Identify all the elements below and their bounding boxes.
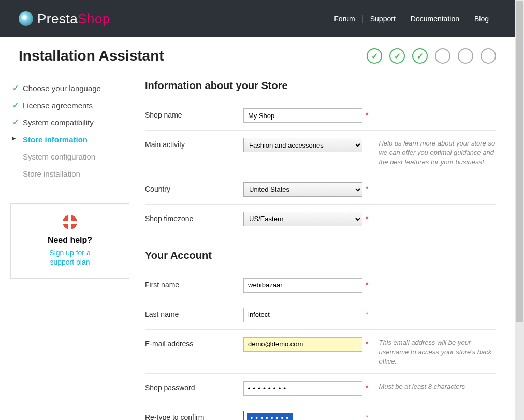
label-last-name: Last name [145,308,243,318]
scrollbar-track[interactable] [515,0,524,420]
progress-step-5 [458,48,473,64]
nav-forum[interactable]: Forum [327,15,362,23]
select-country[interactable]: United States [243,182,362,197]
step-choose-language[interactable]: Choose your language [10,80,129,97]
help-title: Need help? [19,236,121,245]
input-shop-name[interactable] [243,108,362,123]
lifebuoy-icon [63,215,77,229]
progress-step-6 [481,48,496,64]
nav-support[interactable]: Support [363,15,403,23]
input-first-name[interactable] [243,278,362,293]
nav-blog[interactable]: Blog [467,15,496,23]
required-marker: * [366,214,368,223]
sidebar: Choose your language License agreements … [10,80,129,420]
logo-text: PrestaShop [37,11,110,27]
hint-email: This email address will be your username… [379,337,496,367]
required-marker: * [366,384,368,392]
progress-step-3: ✓ [412,48,428,64]
section-store-title: Information about your Store [145,80,496,92]
required-marker: * [366,340,368,348]
label-password: Shop password [145,381,243,392]
input-password[interactable]: •••••••• [243,381,362,396]
input-email[interactable] [243,337,362,352]
progress-step-2: ✓ [389,48,405,64]
top-nav: Forum Support Documentation Blog [327,15,496,23]
label-email: E-mail address [145,337,243,348]
progress-step-4 [435,48,450,64]
label-main-activity: Main activity [145,138,243,149]
select-timezone[interactable]: US/Eastern [243,212,362,226]
label-first-name: First name [145,278,243,289]
step-store-install: Store installation [10,165,129,182]
required-marker: * [366,111,368,119]
help-box: Need help? Sign up for a support plan [10,203,129,279]
required-marker: * [366,413,368,420]
steps-list: Choose your language License agreements … [10,80,129,182]
section-account-title: Your Account [145,250,496,262]
progress-step-1: ✓ [367,48,382,64]
required-marker: * [366,310,368,318]
input-password-confirm[interactable]: •••••••• [243,411,362,420]
step-system-config: System configuration [10,148,129,165]
scrollbar-thumb[interactable] [516,1,523,322]
step-license[interactable]: License agreements [10,97,129,114]
label-timezone: Shop timezone [145,212,243,223]
logo: PrestaShop [19,11,110,27]
label-password-confirm: Re-type to confirm [145,411,243,420]
required-marker: * [366,281,368,289]
required-marker: * [366,185,368,193]
progress-steps: ✓ ✓ ✓ [367,48,496,64]
page-title: Installation Assistant [19,48,164,64]
input-last-name[interactable] [243,308,362,322]
step-store-info[interactable]: Store information [10,131,129,148]
label-shop-name: Shop name [145,108,243,119]
nav-documentation[interactable]: Documentation [403,15,467,23]
label-country: Country [145,182,243,193]
hint-main-activity: Help us learn more about your store so w… [379,138,496,167]
hint-password: Must be at least 8 characters [379,381,496,392]
help-link[interactable]: Sign up for a support plan [19,248,121,267]
main-form: Information about your Store Shop name *… [145,80,496,420]
top-bar: PrestaShop Forum Support Documentation B… [0,0,515,37]
select-main-activity[interactable]: Fashion and accessories [243,138,362,152]
step-system-compat[interactable]: System compatibility [10,114,129,131]
logo-icon [19,11,33,26]
